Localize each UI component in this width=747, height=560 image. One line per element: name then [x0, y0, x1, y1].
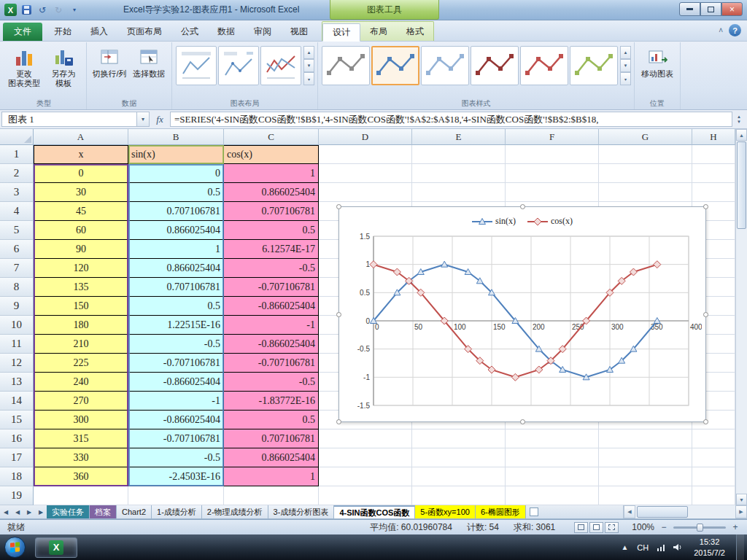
start-button[interactable]	[0, 534, 29, 560]
chart-style-3[interactable]	[421, 46, 469, 85]
layouts-scroll-down-icon[interactable]: ▼	[303, 59, 314, 72]
cell-A12[interactable]: 225	[34, 354, 128, 373]
sheet-tab[interactable]: 6-椭圆图形	[476, 505, 526, 518]
cell-C8[interactable]: -0.707106781	[224, 278, 319, 297]
save-button[interactable]	[20, 4, 33, 17]
column-header-G[interactable]: G	[599, 129, 692, 145]
cell-B16[interactable]: -0.707106781	[128, 429, 224, 448]
ribbon-tab[interactable]: 格式	[397, 23, 433, 41]
horizontal-scrollbar[interactable]: ◀ ▶	[623, 505, 747, 518]
cell-A1[interactable]: x	[34, 145, 128, 164]
cell-F1[interactable]	[506, 145, 599, 164]
name-box[interactable]: 图表 1	[1, 112, 137, 127]
cell-C10[interactable]: -1	[224, 316, 319, 335]
styles-scroll-down-icon[interactable]: ▼	[620, 59, 631, 72]
change-chart-type-button[interactable]: 更改 图表类型	[4, 43, 44, 88]
chart-layout-3[interactable]	[260, 46, 301, 85]
chart-style-2[interactable]	[371, 46, 419, 85]
cell-A10[interactable]: 180	[34, 316, 128, 335]
cell-A4[interactable]: 45	[34, 202, 128, 221]
legend-item[interactable]: cos(x)	[527, 216, 573, 227]
excel-app-icon[interactable]: X	[4, 4, 17, 16]
prev-sheet-icon[interactable]: ◀	[12, 505, 23, 518]
cell-D1[interactable]	[319, 145, 412, 164]
cell-B19[interactable]	[128, 486, 224, 505]
row-header-1[interactable]: 1	[0, 145, 34, 164]
ribbon-tab[interactable]: 插入	[81, 23, 117, 41]
embedded-chart[interactable]: sin(x)cos(x) -1.5-1-0.500.511.5050100150…	[338, 206, 706, 422]
formula-scroll-up-icon[interactable]: ▲	[737, 114, 741, 119]
cell-H18[interactable]	[692, 467, 735, 486]
row-header-3[interactable]: 3	[0, 183, 34, 202]
chart-resize-handle[interactable]	[336, 312, 341, 317]
cell-B2[interactable]: 0	[128, 164, 224, 183]
chart-resize-handle[interactable]	[336, 204, 341, 209]
cell-C7[interactable]: -0.5	[224, 259, 319, 278]
cell-G16[interactable]	[599, 429, 692, 448]
sheet-tab[interactable]: 实验任务	[47, 505, 90, 518]
name-box-dropdown-icon[interactable]: ▾	[137, 112, 150, 127]
layouts-more-icon[interactable]: ▾	[303, 72, 314, 85]
cell-C9[interactable]: -0.866025404	[224, 297, 319, 316]
chart-plot[interactable]: -1.5-1-0.500.511.50501001502002503003504…	[343, 232, 702, 416]
chart-layout-1[interactable]	[176, 46, 217, 85]
close-button[interactable]: ×	[721, 2, 743, 16]
cell-C16[interactable]: 0.707106781	[224, 429, 319, 448]
cell-A6[interactable]: 90	[34, 240, 128, 259]
redo-button[interactable]: ↻	[52, 4, 65, 17]
cell-C1[interactable]: cos(x)	[224, 145, 319, 164]
insert-worksheet-button[interactable]	[526, 505, 542, 518]
row-header-8[interactable]: 8	[0, 278, 34, 297]
formula-input[interactable]: =SERIES('4-SIN函数COS函数'!$B$1,'4-SIN函数COS函…	[170, 112, 732, 127]
row-header-4[interactable]: 4	[0, 202, 34, 221]
row-header-14[interactable]: 14	[0, 392, 34, 411]
cell-C2[interactable]: 1	[224, 164, 319, 183]
cell-A17[interactable]: 330	[34, 448, 128, 467]
styles-more-icon[interactable]: ▾	[620, 72, 631, 85]
column-header-E[interactable]: E	[412, 129, 506, 145]
cell-C4[interactable]: 0.707106781	[224, 202, 319, 221]
row-header-2[interactable]: 2	[0, 164, 34, 183]
cell-H17[interactable]	[692, 448, 735, 467]
chart-resize-handle[interactable]	[520, 419, 525, 424]
styles-scroll-up-icon[interactable]: ▲	[620, 46, 631, 59]
cell-B11[interactable]: -0.5	[128, 335, 224, 354]
taskbar-excel-button[interactable]: X	[35, 537, 77, 558]
scroll-up-icon[interactable]: ▲	[736, 129, 747, 141]
row-header-15[interactable]: 15	[0, 411, 34, 429]
show-desktop-button[interactable]	[736, 534, 744, 560]
ribbon-tab[interactable]: 布局	[360, 23, 397, 41]
cell-B13[interactable]: -0.866025404	[128, 373, 224, 392]
sheet-tab[interactable]: 4-SIN函数COS函数	[334, 505, 415, 518]
cell-E17[interactable]	[412, 448, 506, 467]
select-data-button[interactable]: 选择数据	[129, 43, 169, 79]
row-header-19[interactable]: 19	[0, 486, 34, 505]
cell-A14[interactable]: 270	[34, 392, 128, 411]
clock[interactable]: 15:32 2015/7/2	[689, 537, 729, 558]
cell-D2[interactable]	[319, 164, 412, 183]
cell-E3[interactable]	[412, 183, 506, 202]
sheet-tab[interactable]: Chart2	[117, 505, 152, 518]
cell-B3[interactable]: 0.5	[128, 183, 224, 202]
column-header-H[interactable]: H	[692, 129, 735, 145]
cell-C11[interactable]: -0.866025404	[224, 335, 319, 354]
qat-dropdown-icon[interactable]: ▾	[68, 4, 81, 17]
first-sheet-icon[interactable]: ◀	[0, 505, 12, 518]
cell-G1[interactable]	[599, 145, 692, 164]
cell-D18[interactable]	[319, 467, 412, 486]
cell-A19[interactable]	[34, 486, 128, 505]
cell-A5[interactable]: 60	[34, 221, 128, 240]
collapse-ribbon-icon[interactable]: ˄	[719, 26, 723, 34]
sheet-tab[interactable]: 5-函数xy=100	[415, 505, 476, 518]
cell-B9[interactable]: 0.5	[128, 297, 224, 316]
cell-F17[interactable]	[506, 448, 599, 467]
sheet-tab[interactable]: 1-成绩分析	[152, 505, 202, 518]
ribbon-tab[interactable]: 开始	[44, 23, 81, 41]
column-header-D[interactable]: D	[319, 129, 412, 145]
chart-layout-2[interactable]	[218, 46, 259, 85]
horizontal-scroll-thumb[interactable]	[637, 506, 688, 518]
page-break-view-button[interactable]	[605, 522, 619, 533]
column-header-A[interactable]: A	[34, 129, 128, 145]
cell-A11[interactable]: 210	[34, 335, 128, 354]
chart-resize-handle[interactable]	[336, 419, 341, 424]
